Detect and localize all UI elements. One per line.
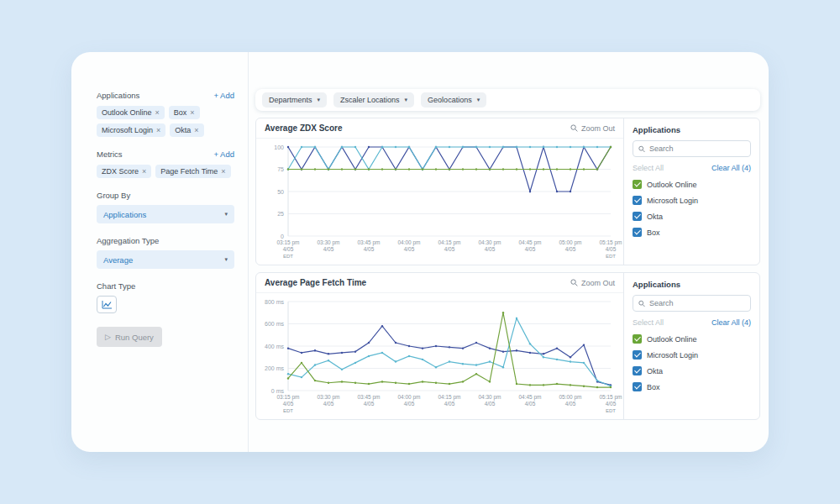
metrics-label: Metrics <box>97 150 123 159</box>
close-icon[interactable]: × <box>194 126 198 134</box>
app-checkbox-outlook-online[interactable]: Outlook Online <box>633 334 751 344</box>
page-fetch-time-chart: 0 ms200 ms400 ms600 ms800 ms03:15 pm4/05… <box>256 295 622 417</box>
run-query-button[interactable]: ▷ Run Query <box>97 327 162 347</box>
chip-page-fetch-time[interactable]: Page Fetch Time × <box>155 165 230 178</box>
svg-text:100: 100 <box>274 144 284 150</box>
app-checkbox-box[interactable]: Box <box>633 228 751 237</box>
zoom-out-button[interactable]: Zoom Out <box>570 124 615 133</box>
svg-text:4/05: 4/05 <box>606 401 617 407</box>
app-checkbox-microsoft-login[interactable]: Microsoft Login <box>633 350 751 360</box>
aggregation-type-label: Aggregation Type <box>97 236 234 245</box>
chevron-down-icon: ▾ <box>477 97 480 103</box>
checkbox-checked-icon[interactable] <box>633 366 642 375</box>
zscaler-locations-filter[interactable]: Zscaler Locations ▾ <box>333 92 414 108</box>
svg-text:4/05: 4/05 <box>444 246 455 252</box>
application-chips: Outlook Online × Box × Microsoft Login ×… <box>97 106 234 137</box>
checkbox-checked-icon[interactable] <box>633 228 642 237</box>
checkbox-checked-icon[interactable] <box>633 350 642 360</box>
svg-text:50: 50 <box>277 189 284 195</box>
chart-type-button[interactable] <box>97 296 117 313</box>
svg-text:EDT: EDT <box>606 254 616 259</box>
svg-text:05:15 pm: 05:15 pm <box>599 239 622 246</box>
search-input[interactable] <box>649 299 745 307</box>
svg-text:03:45 pm: 03:45 pm <box>357 394 380 401</box>
svg-text:04:15 pm: 04:15 pm <box>438 239 460 246</box>
svg-text:400 ms: 400 ms <box>265 344 284 349</box>
svg-text:4/05: 4/05 <box>323 401 334 407</box>
clear-all-link[interactable]: Clear All (4) <box>711 318 751 327</box>
svg-text:05:15 pm: 05:15 pm <box>599 394 622 401</box>
search-icon <box>638 300 645 307</box>
close-icon[interactable]: × <box>221 167 225 176</box>
svg-text:4/05: 4/05 <box>364 246 375 252</box>
svg-text:03:30 pm: 03:30 pm <box>317 239 339 246</box>
svg-text:600 ms: 600 ms <box>265 321 284 327</box>
svg-text:0 ms: 0 ms <box>271 388 285 394</box>
search-icon <box>638 145 645 153</box>
chip-outlook-online[interactable]: Outlook Online × <box>97 106 165 119</box>
chip-label: Page Fetch Time <box>160 167 218 176</box>
application-search[interactable] <box>633 140 751 157</box>
zdx-dashboard: { "icons": { "close": "×", "caret": "▾",… <box>0 0 840 504</box>
chip-okta[interactable]: Okta × <box>170 123 203 137</box>
application-search[interactable] <box>633 295 751 312</box>
zoom-out-button[interactable]: Zoom Out <box>570 279 615 287</box>
svg-text:4/05: 4/05 <box>444 401 455 407</box>
svg-text:03:15 pm: 03:15 pm <box>276 239 299 246</box>
departments-filter[interactable]: Departments ▾ <box>262 92 327 108</box>
zoom-out-icon <box>570 279 578 286</box>
query-builder-sidebar: Applications + Add Outlook Online × Box … <box>71 52 249 452</box>
app-checkbox-okta[interactable]: Okta <box>633 212 751 221</box>
svg-text:05:00 pm: 05:00 pm <box>559 394 581 401</box>
svg-text:4/05: 4/05 <box>485 401 496 407</box>
chip-label: Okta <box>175 126 191 134</box>
clear-all-link[interactable]: Clear All (4) <box>711 164 751 172</box>
geolocations-filter[interactable]: Geolocations ▾ <box>421 92 486 108</box>
chevron-down-icon: ▾ <box>318 97 321 103</box>
svg-text:800 ms: 800 ms <box>265 299 284 305</box>
close-icon[interactable]: × <box>155 108 160 117</box>
select-all-link[interactable]: Select All <box>633 164 664 172</box>
search-input[interactable] <box>649 144 745 153</box>
svg-text:EDT: EDT <box>283 254 293 259</box>
chip-microsoft-login[interactable]: Microsoft Login × <box>97 123 165 137</box>
zdx-score-chart: 025507510003:15 pm4/05EDT03:30 pm4/0503:… <box>256 140 622 263</box>
close-icon[interactable]: × <box>142 167 146 176</box>
app-checkbox-box[interactable]: Box <box>633 382 751 391</box>
select-all-link[interactable]: Select All <box>633 318 664 327</box>
svg-text:03:45 pm: 03:45 pm <box>357 239 380 246</box>
checkbox-checked-icon[interactable] <box>633 196 642 205</box>
svg-text:05:00 pm: 05:00 pm <box>559 239 581 246</box>
panel-title: Average Page Fetch Time <box>265 278 366 287</box>
svg-text:04:15 pm: 04:15 pm <box>438 394 460 401</box>
chart-type-label: Chart Type <box>97 281 234 291</box>
checkbox-checked-icon[interactable] <box>633 180 642 189</box>
group-by-label: Group By <box>97 191 234 200</box>
close-icon[interactable]: × <box>156 126 160 134</box>
checkbox-checked-icon[interactable] <box>633 212 642 221</box>
svg-text:25: 25 <box>277 211 284 217</box>
svg-text:04:45 pm: 04:45 pm <box>518 394 541 401</box>
svg-text:4/05: 4/05 <box>364 401 375 407</box>
svg-text:4/05: 4/05 <box>565 246 576 252</box>
aggregation-type-select[interactable]: Average ▾ <box>97 250 234 269</box>
svg-text:4/05: 4/05 <box>565 401 576 407</box>
svg-text:4/05: 4/05 <box>485 246 496 252</box>
close-icon[interactable]: × <box>190 108 194 117</box>
svg-text:4/05: 4/05 <box>323 246 334 252</box>
app-checkbox-microsoft-login[interactable]: Microsoft Login <box>633 196 751 205</box>
add-application-link[interactable]: + Add <box>213 91 234 100</box>
chevron-down-icon: ▾ <box>224 256 228 263</box>
checkbox-checked-icon[interactable] <box>633 382 642 391</box>
chip-box[interactable]: Box × <box>169 106 200 119</box>
app-checkbox-outlook-online[interactable]: Outlook Online <box>633 180 751 189</box>
chip-zdx-score[interactable]: ZDX Score × <box>97 165 151 178</box>
filter-bar: Departments ▾ Zscaler Locations ▾ Geoloc… <box>255 89 760 111</box>
checkbox-checked-icon[interactable] <box>633 334 642 344</box>
group-by-select[interactable]: Applications ▾ <box>97 205 234 223</box>
applications-label: Applications <box>97 91 139 100</box>
aggregation-type-value: Average <box>103 255 133 265</box>
svg-text:4/05: 4/05 <box>283 401 294 407</box>
app-checkbox-okta[interactable]: Okta <box>633 366 751 375</box>
add-metric-link[interactable]: + Add <box>213 150 234 159</box>
